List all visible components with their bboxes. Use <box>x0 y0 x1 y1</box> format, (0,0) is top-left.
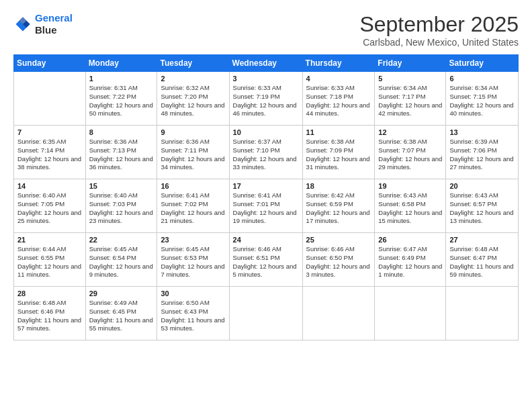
calendar-cell: 5Sunrise: 6:34 AM Sunset: 7:17 PM Daylig… <box>375 72 446 126</box>
calendar-cell: 12Sunrise: 6:38 AM Sunset: 7:07 PM Dayli… <box>375 126 446 179</box>
cell-sun-info: Sunrise: 6:40 AM Sunset: 7:05 PM Dayligh… <box>17 191 82 226</box>
day-header-sunday: Sunday <box>14 55 86 72</box>
cell-sun-info: Sunrise: 6:46 AM Sunset: 6:50 PM Dayligh… <box>306 245 371 279</box>
day-header-tuesday: Tuesday <box>157 55 229 72</box>
cell-sun-info: Sunrise: 6:45 AM Sunset: 6:54 PM Dayligh… <box>89 245 154 279</box>
day-number: 4 <box>306 75 371 83</box>
calendar-cell: 28Sunrise: 6:48 AM Sunset: 6:46 PM Dayli… <box>14 287 86 340</box>
cell-sun-info: Sunrise: 6:33 AM Sunset: 7:19 PM Dayligh… <box>233 84 299 118</box>
calendar-cell: 6Sunrise: 6:34 AM Sunset: 7:15 PM Daylig… <box>446 72 519 126</box>
day-number: 16 <box>161 182 225 190</box>
logo-line2: Blue <box>35 24 73 36</box>
calendar-week-row: 14Sunrise: 6:40 AM Sunset: 7:05 PM Dayli… <box>14 179 519 233</box>
day-number: 1 <box>89 75 154 83</box>
cell-sun-info: Sunrise: 6:35 AM Sunset: 7:14 PM Dayligh… <box>17 138 82 172</box>
cell-sun-info: Sunrise: 6:48 AM Sunset: 6:46 PM Dayligh… <box>17 299 82 333</box>
calendar-cell: 21Sunrise: 6:44 AM Sunset: 6:55 PM Dayli… <box>14 233 86 287</box>
day-number: 19 <box>378 182 442 190</box>
calendar-cell: 4Sunrise: 6:33 AM Sunset: 7:18 PM Daylig… <box>302 72 375 126</box>
day-number: 28 <box>17 289 82 298</box>
day-number: 15 <box>89 182 154 190</box>
day-header-thursday: Thursday <box>302 55 375 72</box>
calendar-cell: 20Sunrise: 6:43 AM Sunset: 6:57 PM Dayli… <box>446 179 519 233</box>
day-number: 12 <box>378 128 442 136</box>
day-number: 7 <box>17 128 82 136</box>
cell-sun-info: Sunrise: 6:36 AM Sunset: 7:11 PM Dayligh… <box>161 138 225 172</box>
calendar-cell: 1Sunrise: 6:31 AM Sunset: 7:22 PM Daylig… <box>85 72 157 126</box>
calendar-cell: 7Sunrise: 6:35 AM Sunset: 7:14 PM Daylig… <box>14 126 86 179</box>
calendar-cell: 3Sunrise: 6:33 AM Sunset: 7:19 PM Daylig… <box>229 72 302 126</box>
cell-sun-info: Sunrise: 6:32 AM Sunset: 7:20 PM Dayligh… <box>161 84 225 118</box>
cell-sun-info: Sunrise: 6:31 AM Sunset: 7:22 PM Dayligh… <box>89 84 154 118</box>
day-number: 10 <box>233 128 299 136</box>
calendar-cell: 23Sunrise: 6:45 AM Sunset: 6:53 PM Dayli… <box>157 233 229 287</box>
calendar-cell: 27Sunrise: 6:48 AM Sunset: 6:47 PM Dayli… <box>446 233 519 287</box>
calendar-cell: 11Sunrise: 6:38 AM Sunset: 7:09 PM Dayli… <box>302 126 375 179</box>
cell-sun-info: Sunrise: 6:37 AM Sunset: 7:10 PM Dayligh… <box>233 138 299 172</box>
calendar-cell <box>14 72 86 126</box>
cell-sun-info: Sunrise: 6:40 AM Sunset: 7:03 PM Dayligh… <box>89 191 154 226</box>
calendar-cell: 9Sunrise: 6:36 AM Sunset: 7:11 PM Daylig… <box>157 126 229 179</box>
day-number: 8 <box>89 128 154 136</box>
calendar-table: SundayMondayTuesdayWednesdayThursdayFrid… <box>13 54 519 340</box>
cell-sun-info: Sunrise: 6:34 AM Sunset: 7:17 PM Dayligh… <box>378 84 442 118</box>
calendar-cell: 18Sunrise: 6:42 AM Sunset: 6:59 PM Dayli… <box>302 179 375 233</box>
calendar-cell: 16Sunrise: 6:41 AM Sunset: 7:02 PM Dayli… <box>157 179 229 233</box>
cell-sun-info: Sunrise: 6:45 AM Sunset: 6:53 PM Dayligh… <box>161 245 225 279</box>
cell-sun-info: Sunrise: 6:49 AM Sunset: 6:45 PM Dayligh… <box>89 299 154 333</box>
logo-line1: General <box>35 12 73 24</box>
day-number: 5 <box>378 75 442 83</box>
calendar-cell <box>375 287 446 340</box>
calendar-week-row: 1Sunrise: 6:31 AM Sunset: 7:22 PM Daylig… <box>14 72 519 126</box>
day-number: 9 <box>161 128 225 136</box>
cell-sun-info: Sunrise: 6:41 AM Sunset: 7:02 PM Dayligh… <box>161 191 225 226</box>
calendar-cell: 29Sunrise: 6:49 AM Sunset: 6:45 PM Dayli… <box>85 287 157 340</box>
page: General Blue September 2025 Carlsbad, Ne… <box>0 0 532 411</box>
calendar-cell: 17Sunrise: 6:41 AM Sunset: 7:01 PM Dayli… <box>229 179 302 233</box>
cell-sun-info: Sunrise: 6:43 AM Sunset: 6:57 PM Dayligh… <box>449 191 515 226</box>
calendar-cell: 13Sunrise: 6:39 AM Sunset: 7:06 PM Dayli… <box>446 126 519 179</box>
logo-icon <box>13 15 32 34</box>
calendar-cell: 25Sunrise: 6:46 AM Sunset: 6:50 PM Dayli… <box>302 233 375 287</box>
calendar-cell: 8Sunrise: 6:36 AM Sunset: 7:13 PM Daylig… <box>85 126 157 179</box>
calendar-header-row: SundayMondayTuesdayWednesdayThursdayFrid… <box>14 55 519 72</box>
day-header-wednesday: Wednesday <box>229 55 302 72</box>
cell-sun-info: Sunrise: 6:41 AM Sunset: 7:01 PM Dayligh… <box>233 191 299 226</box>
location: Carlsbad, New Mexico, United States <box>359 37 519 48</box>
calendar-cell: 2Sunrise: 6:32 AM Sunset: 7:20 PM Daylig… <box>157 72 229 126</box>
calendar-cell: 14Sunrise: 6:40 AM Sunset: 7:05 PM Dayli… <box>14 179 86 233</box>
logo-text: General Blue <box>35 12 73 36</box>
cell-sun-info: Sunrise: 6:43 AM Sunset: 6:58 PM Dayligh… <box>378 191 442 226</box>
calendar-cell: 26Sunrise: 6:47 AM Sunset: 6:49 PM Dayli… <box>375 233 446 287</box>
day-header-saturday: Saturday <box>446 55 519 72</box>
day-number: 25 <box>306 236 371 244</box>
cell-sun-info: Sunrise: 6:47 AM Sunset: 6:49 PM Dayligh… <box>378 245 442 279</box>
day-number: 11 <box>306 128 371 136</box>
cell-sun-info: Sunrise: 6:36 AM Sunset: 7:13 PM Dayligh… <box>89 138 154 172</box>
day-header-monday: Monday <box>85 55 157 72</box>
cell-sun-info: Sunrise: 6:48 AM Sunset: 6:47 PM Dayligh… <box>449 245 515 279</box>
calendar-cell <box>446 287 519 340</box>
logo: General Blue <box>13 12 73 36</box>
day-number: 22 <box>89 236 154 244</box>
calendar-cell: 19Sunrise: 6:43 AM Sunset: 6:58 PM Dayli… <box>375 179 446 233</box>
calendar-cell: 15Sunrise: 6:40 AM Sunset: 7:03 PM Dayli… <box>85 179 157 233</box>
cell-sun-info: Sunrise: 6:44 AM Sunset: 6:55 PM Dayligh… <box>17 245 82 279</box>
cell-sun-info: Sunrise: 6:50 AM Sunset: 6:43 PM Dayligh… <box>161 299 225 333</box>
day-number: 20 <box>449 182 515 190</box>
calendar-cell: 10Sunrise: 6:37 AM Sunset: 7:10 PM Dayli… <box>229 126 302 179</box>
calendar-week-row: 7Sunrise: 6:35 AM Sunset: 7:14 PM Daylig… <box>14 126 519 179</box>
cell-sun-info: Sunrise: 6:33 AM Sunset: 7:18 PM Dayligh… <box>306 84 371 118</box>
day-number: 13 <box>449 128 515 136</box>
day-number: 26 <box>378 236 442 244</box>
header: General Blue September 2025 Carlsbad, Ne… <box>13 12 519 48</box>
day-number: 27 <box>449 236 515 244</box>
day-number: 2 <box>161 75 225 83</box>
month-title: September 2025 <box>359 12 519 37</box>
cell-sun-info: Sunrise: 6:46 AM Sunset: 6:51 PM Dayligh… <box>233 245 299 279</box>
title-block: September 2025 Carlsbad, New Mexico, Uni… <box>359 12 519 48</box>
cell-sun-info: Sunrise: 6:38 AM Sunset: 7:07 PM Dayligh… <box>378 138 442 172</box>
calendar-week-row: 21Sunrise: 6:44 AM Sunset: 6:55 PM Dayli… <box>14 233 519 287</box>
day-number: 24 <box>233 236 299 244</box>
day-number: 29 <box>89 289 154 298</box>
